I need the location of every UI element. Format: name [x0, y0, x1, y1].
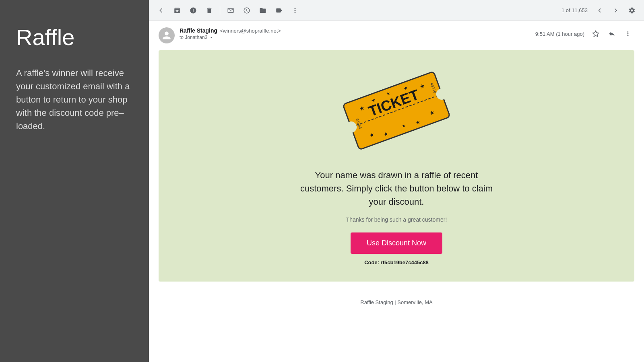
email-action-icons [589, 27, 634, 40]
sidebar: Raffle A raffle's winner will receive yo… [0, 0, 149, 362]
folder-button[interactable] [256, 3, 270, 18]
email-body: 01234 43210 TICKET ★ ★ ★ ★ ★ ★ [149, 50, 644, 291]
ticket-container: 01234 43210 TICKET ★ ★ ★ ★ ★ ★ [340, 66, 453, 156]
main-content: 1 of 11,653 Raffle Staging <winners@shop… [149, 0, 644, 362]
sender-name: Raffle Staging [180, 27, 217, 34]
sidebar-description: A raffle's winner will receive your cust… [16, 66, 133, 133]
email-to-label: to Jonathan3 [180, 35, 207, 40]
delete-button[interactable] [202, 3, 217, 18]
label-button[interactable] [223, 3, 238, 18]
code-prefix: Code: [364, 259, 379, 265]
spam-button[interactable] [186, 3, 200, 18]
discount-code-value: rf5cb19be7c445c88 [381, 259, 429, 265]
email-to-line[interactable]: to Jonathan3 [180, 35, 535, 40]
email-time: 9:51 AM (1 hour ago) [535, 31, 584, 37]
svg-marker-0 [593, 31, 599, 37]
email-main-text: Your name was drawn in a raffle of recen… [296, 169, 497, 208]
more-email-button[interactable] [621, 27, 634, 40]
more-button[interactable] [288, 3, 302, 18]
star-button[interactable] [589, 27, 602, 40]
email-from-line: Raffle Staging <winners@shopraffle.net> [180, 27, 535, 34]
archive-button[interactable] [170, 3, 184, 18]
email-meta-right: 9:51 AM (1 hour ago) [535, 27, 634, 40]
prev-email-button[interactable] [592, 3, 607, 18]
footer-text: Raffle Staging | Somerville, MA [360, 299, 432, 305]
tag-button[interactable] [272, 3, 286, 18]
snooze-button[interactable] [239, 3, 254, 18]
pagination-label: 1 of 11,653 [561, 7, 588, 13]
reply-button[interactable] [605, 27, 618, 40]
email-card: 01234 43210 TICKET ★ ★ ★ ★ ★ ★ [159, 50, 634, 282]
toolbar-divider-1 [220, 6, 220, 14]
email-area: Raffle Staging <winners@shopraffle.net> … [149, 21, 644, 362]
settings-button[interactable] [625, 3, 639, 18]
email-sub-text: Thanks for being such a great customer! [346, 216, 447, 223]
use-discount-button[interactable]: Use Discount Now [351, 232, 442, 254]
sender-avatar [159, 27, 175, 43]
ticket-image: 01234 43210 TICKET ★ ★ ★ ★ ★ ★ [340, 66, 453, 155]
sender-address: <winners@shopraffle.net> [220, 28, 281, 34]
email-from-block: Raffle Staging <winners@shopraffle.net> … [180, 27, 535, 40]
discount-code-line: Code: rf5cb19be7c445c88 [364, 259, 429, 265]
sidebar-title: Raffle [16, 24, 133, 50]
back-button[interactable] [154, 3, 168, 18]
toolbar: 1 of 11,653 [149, 0, 644, 21]
email-footer: Raffle Staging | Somerville, MA [149, 291, 644, 313]
email-header: Raffle Staging <winners@shopraffle.net> … [149, 21, 644, 50]
next-email-button[interactable] [609, 3, 623, 18]
